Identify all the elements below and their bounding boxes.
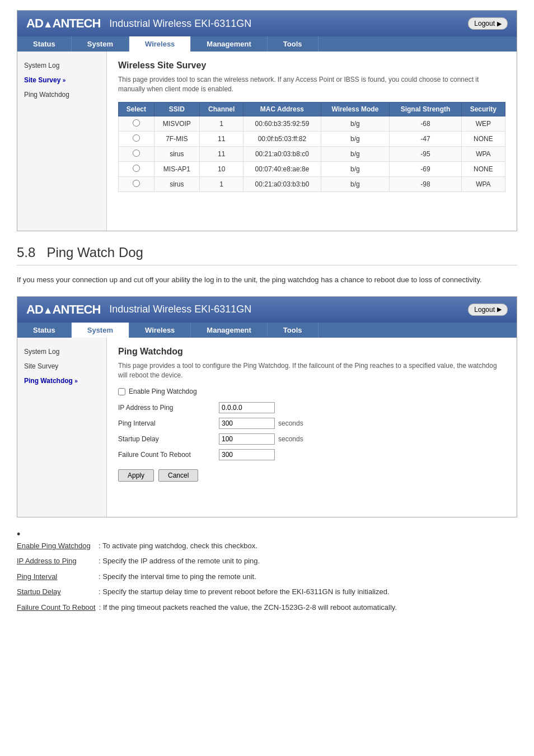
bullet-underline-3: Startup Delay [17,586,95,598]
cell-ssid: MISVOIP [154,116,199,131]
bullet-text-3: : Specify the startup delay time to prev… [99,587,390,596]
bullet-item-4: Failure Count To Reboot: If the ping tim… [17,602,517,613]
arrow-icon: » [63,77,66,83]
bullet-underline-2: Ping Interval [17,571,95,582]
cancel-button[interactable]: Cancel [158,469,198,482]
sidebar-item-site-survey[interactable]: Site Survey » [17,73,106,87]
form-input-1[interactable] [219,418,275,429]
form-input-2[interactable] [219,433,275,445]
panel2-brand-subtitle: Industrial Wireless EKI-6311GN [106,304,251,315]
survey-radio-3[interactable] [133,165,140,172]
col-select: Select [119,102,154,116]
section-heading: 5.8 Ping Watch Dog [17,245,517,260]
bullet-underline-1: IP Address to Ping [17,556,95,567]
section-divider [17,265,517,265]
panel2-sidebar-site-survey[interactable]: Site Survey [17,359,106,374]
apply-button[interactable]: Apply [118,469,154,482]
radio-cell[interactable] [119,131,154,146]
form-label-0: IP Address to Ping [118,404,219,412]
cell-mode: b/g [321,116,390,131]
page-desc: This page provides tool to scan the wire… [118,75,505,94]
radio-cell[interactable] [119,161,154,176]
radio-cell[interactable] [119,176,154,192]
panel-ping-watchdog: AD▲ANTECH Industrial Wireless EKI-6311GN… [17,296,517,517]
panel2-logout-icon: ▶ [497,306,502,313]
panel2-body: System Log Site Survey Ping Watchdog » P… [17,338,517,517]
cell-mode: b/g [321,131,390,146]
form-row-1: Ping Interval seconds [118,418,505,429]
bullet-text-1: : Specify the IP address of the remote u… [99,557,260,565]
form-row-0: IP Address to Ping [118,402,505,413]
panel2-sidebar-ping-watchdog[interactable]: Ping Watchdog » [17,374,106,388]
nav-item-tools[interactable]: Tools [268,36,318,52]
cell-signal: -95 [390,146,461,161]
table-row: MIS-AP1 10 00:07:40:e8:ae:8e b/g -69 NON… [119,161,505,176]
form-input-0[interactable] [219,402,275,413]
sidebar: System Log Site Survey » Ping Watchdog [17,52,107,231]
cell-mode: b/g [321,176,390,192]
col-security: Security [461,102,505,116]
cell-security: WPA [461,146,505,161]
radio-cell[interactable] [119,116,154,131]
panel2-nav-management[interactable]: Management [191,323,267,338]
bullet-list: Enable Ping Watchdog: To activate ping w… [17,540,517,613]
panel2-nav-bar: Status System Wireless Management Tools [17,323,517,338]
panel-header: AD▲ANTECH Industrial Wireless EKI-6311GN… [17,11,517,36]
nav-item-status[interactable]: Status [17,36,72,52]
cell-mac: 00:0f:b5:03:ff:82 [243,131,321,146]
panel2-main-content: Ping Watchdog This page provides a tool … [107,338,517,517]
cell-ssid: 7F-MIS [154,131,199,146]
bullet-text-4: : If the ping timeout packets reached th… [99,603,397,612]
cell-channel: 1 [200,116,243,131]
nav-item-wireless[interactable]: Wireless [129,36,191,52]
survey-radio-2[interactable] [133,150,140,157]
survey-radio-4[interactable] [133,180,140,187]
panel2-brand-logo: AD▲ANTECH Industrial Wireless EKI-6311GN [26,302,251,317]
nav-item-management[interactable]: Management [191,36,267,52]
form-label-1: Ping Interval [118,419,219,427]
logout-label: Logout [474,20,495,27]
cell-mac: 00:60:b3:35:92:59 [243,116,321,131]
panel-wireless-site-survey: AD▲ANTECH Industrial Wireless EKI-6311GN… [17,10,517,231]
cell-channel: 1 [200,176,243,192]
panel2-header: AD▲ANTECH Industrial Wireless EKI-6311GN… [17,297,517,323]
panel2-nav-tools[interactable]: Tools [268,323,318,338]
cell-mac: 00:07:40:e8:ae:8e [243,161,321,176]
page-title: Wireless Site Survey [118,60,505,71]
cell-mac: 00:21:a0:03:b8:c0 [243,146,321,161]
panel2-nav-wireless[interactable]: Wireless [129,323,191,338]
panel2-logout-button[interactable]: Logout ▶ [468,304,508,316]
form-label-2: Startup Delay [118,435,219,443]
form-btn-row: Apply Cancel [118,469,505,482]
panel2-page-title: Ping Watchdog [118,347,505,357]
cell-security: WPA [461,176,505,192]
cell-signal: -68 [390,116,461,131]
radio-cell[interactable] [119,146,154,161]
logout-button[interactable]: Logout ▶ [468,17,508,30]
bullet-dot: • [17,529,20,540]
cell-signal: -47 [390,131,461,146]
form-unit-2: seconds [278,435,303,443]
brand-subtitle: Industrial Wireless EKI-6311GN [106,18,251,30]
col-mac: MAC Address [243,102,321,116]
sidebar-item-ping-watchdog[interactable]: Ping Watchdog [17,87,106,102]
cell-ssid: sirus [154,176,199,192]
section-num: 5.8 [17,245,35,260]
bullet-underline-4: Failure Count To Reboot [17,602,96,613]
cell-security: WEP [461,116,505,131]
survey-radio-0[interactable] [133,119,140,127]
nav-item-system[interactable]: System [72,36,129,52]
panel2-nav-system[interactable]: System [72,323,129,338]
sidebar-item-system-log[interactable]: System Log [17,58,106,73]
nav-bar: Status System Wireless Management Tools [17,36,517,52]
cell-signal: -69 [390,161,461,176]
col-mode: Wireless Mode [321,102,390,116]
form-row-3: Failure Count To Reboot [118,449,505,460]
table-row: sirus 1 00:21:a0:03:b3:b0 b/g -98 WPA [119,176,505,192]
panel2-nav-status[interactable]: Status [17,323,72,338]
form-input-3[interactable] [219,449,275,460]
cell-mode: b/g [321,146,390,161]
survey-radio-1[interactable] [133,134,140,142]
enable-ping-watchdog-checkbox[interactable] [118,388,125,395]
panel2-sidebar-system-log[interactable]: System Log [17,344,106,359]
